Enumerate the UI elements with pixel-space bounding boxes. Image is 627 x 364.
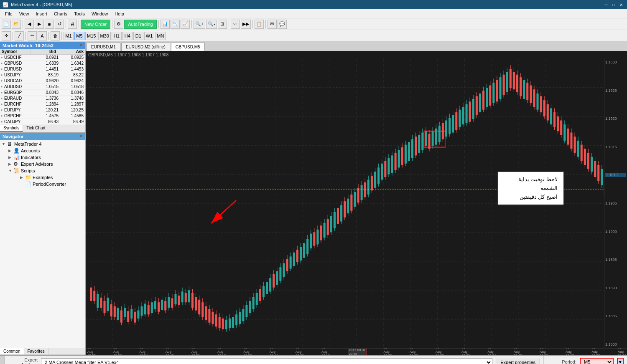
- period-w1[interactable]: W1: [144, 32, 155, 40]
- tester-right: Period: M5 ▼ Spread: 8 ▲ ▼: [543, 356, 627, 364]
- menu-file[interactable]: File: [2, 10, 16, 17]
- period-m30[interactable]: M30: [98, 32, 110, 40]
- chart-candle-icon[interactable]: 📈: [181, 20, 190, 29]
- period-m5[interactable]: M5: [74, 32, 84, 40]
- period-select[interactable]: M5: [580, 358, 614, 364]
- tree-item-mt4[interactable]: ▼ 🖥 MetaTrader 4: [1, 141, 84, 147]
- period-d1[interactable]: D1: [133, 32, 143, 40]
- chart-bar-icon[interactable]: 📊: [161, 20, 170, 29]
- market-watch-row[interactable]: ● GBPUSD 1.6339 1.6342: [0, 61, 85, 66]
- menu-insert[interactable]: Insert: [32, 10, 51, 17]
- market-watch-row[interactable]: ● USDJPY 83.19 83.22: [0, 72, 85, 78]
- tree-item-examples[interactable]: ▶ 📁 Examples: [19, 174, 84, 181]
- autotrading-btn[interactable]: AutoTrading: [124, 20, 157, 29]
- navigator-title: Navigator: [3, 134, 24, 139]
- market-watch-row[interactable]: ● USDCHF 0.8921 0.8925: [0, 55, 85, 61]
- market-watch-row[interactable]: ● CADJPY 86.43 86.49: [0, 119, 85, 125]
- back-btn[interactable]: ◀: [25, 20, 34, 29]
- stop-btn[interactable]: ■: [45, 20, 54, 29]
- row-ask: 83.22: [60, 72, 85, 78]
- market-watch-row[interactable]: ● EURUSD 1.4451 1.4453: [0, 66, 85, 72]
- market-watch-row[interactable]: ● EURCHF 1.2894 1.2897: [0, 101, 85, 107]
- menu-help[interactable]: Help: [111, 10, 127, 17]
- fwd-btn[interactable]: ▶: [35, 20, 44, 29]
- nav-tree: ▼ 🖥 MetaTrader 4 ▶ 👤 Accounts ▶ 📊 Indica…: [0, 140, 85, 348]
- grid-btn[interactable]: ⊞: [218, 20, 227, 29]
- tree-item-accounts[interactable]: ▶ 👤 Accounts: [8, 147, 84, 154]
- period-m1[interactable]: M1: [64, 32, 74, 40]
- period-arrow-btn[interactable]: ▼: [617, 358, 624, 364]
- navigator-close[interactable]: ✕: [79, 134, 83, 139]
- delete-btn[interactable]: 🗑: [51, 31, 60, 40]
- menu-charts[interactable]: Charts: [51, 10, 71, 17]
- time-13: 31 Aug 21:36: [410, 348, 419, 355]
- row-bid: 86.43: [35, 119, 60, 124]
- tree-item-indicators[interactable]: ▶ 📊 Indicators: [8, 154, 84, 161]
- zoom-in-btn[interactable]: 🔍+: [194, 20, 205, 29]
- time-8: 31 Aug 19:44: [270, 348, 279, 355]
- mw-tab-symbols[interactable]: Symbols: [0, 125, 23, 132]
- chart-tab-eurusd-m2[interactable]: EURUSD,M2 (offline): [121, 43, 170, 51]
- market-watch-row[interactable]: ● GBPCHF 1.4575 1.4585: [0, 113, 85, 119]
- tree-item-scripts[interactable]: ▼ 📜 Scripts: [8, 167, 84, 174]
- text-btn[interactable]: A: [38, 31, 47, 40]
- crosshair-btn[interactable]: ✛: [2, 31, 11, 40]
- refresh-btn[interactable]: ↺: [55, 20, 64, 29]
- row-ask: 1.2897: [60, 101, 85, 107]
- template-btn[interactable]: 📋: [255, 20, 264, 29]
- expand-icon-scripts: ▼: [8, 169, 13, 173]
- ea-select[interactable]: 2 MA Crosses Mega filter EA V1.ex4: [41, 358, 492, 364]
- sms-btn[interactable]: 💬: [278, 20, 287, 29]
- zoom-out-btn[interactable]: 🔍-: [206, 20, 217, 29]
- mw-tab-tick-chart[interactable]: Tick Chart: [23, 125, 49, 132]
- indicator-btn[interactable]: 〰: [231, 20, 240, 29]
- dot-icon: ●: [0, 102, 3, 107]
- draw-btn[interactable]: ✏: [28, 31, 37, 40]
- tester-side-strip: Tester: [0, 356, 5, 364]
- market-watch-row[interactable]: ● EURAUD 1.3736 1.3748: [0, 96, 85, 101]
- period-mn[interactable]: MN: [155, 32, 166, 40]
- chart-tab-eurusd-m1[interactable]: EURUSD,M1: [87, 43, 120, 51]
- expert-btn[interactable]: ▶▶: [241, 20, 251, 29]
- menu-tools[interactable]: Tools: [71, 10, 88, 17]
- autotrading-icon[interactable]: ⚙: [114, 20, 123, 29]
- market-watch-row[interactable]: ● USDCAD 0.9620 0.9624: [0, 78, 85, 84]
- tree-item-expert-advisors[interactable]: ▶ ⚙ Expert Advisors: [8, 161, 84, 167]
- nav-tab-favorites[interactable]: Favorites: [24, 348, 48, 354]
- time-14: 31 Aug 21:52: [436, 348, 445, 355]
- close-btn[interactable]: ✕: [618, 2, 624, 8]
- row-ask: 120.25: [60, 107, 85, 113]
- period-h4[interactable]: H4: [122, 32, 133, 40]
- new-order-btn[interactable]: New Order: [81, 20, 110, 29]
- menu-window[interactable]: Window: [88, 10, 111, 17]
- menu-view[interactable]: View: [16, 10, 33, 17]
- expert-properties-btn[interactable]: Expert properties: [496, 358, 540, 364]
- price-level-7: 1.1900: [605, 230, 626, 234]
- market-watch-row[interactable]: ● AUDUSD 1.0515 1.0518: [0, 84, 85, 90]
- maximize-btn[interactable]: □: [610, 2, 617, 8]
- period-m15[interactable]: M15: [85, 32, 97, 40]
- open-btn[interactable]: 📂: [12, 20, 21, 29]
- market-watch-close[interactable]: ✕: [79, 43, 83, 48]
- row-symbol: CADJPY: [3, 119, 35, 124]
- market-watch-row[interactable]: ● EURGBP 0.8843 0.8846: [0, 90, 85, 96]
- minimize-btn[interactable]: ─: [603, 2, 609, 8]
- expand-icon-examples: ▶: [20, 175, 25, 179]
- row-ask: 0.9624: [60, 78, 85, 83]
- time-axis: 31 Aug 17:52 31 Aug 18:08 31 Aug 18:24 3…: [86, 348, 627, 355]
- new-btn[interactable]: 📄: [2, 20, 11, 29]
- time-2: 31 Aug 18:08: [113, 348, 122, 355]
- period-h1[interactable]: H1: [112, 32, 122, 40]
- sep1: [23, 20, 23, 28]
- chart-canvas[interactable]: 1.1910 لاحظ توقيت بداية الشمعه اصبح كل د…: [86, 58, 627, 348]
- line-tool[interactable]: ╱: [15, 31, 24, 40]
- market-watch-row[interactable]: ● EURJPY 120.21 120.25: [0, 107, 85, 113]
- chart-line-icon[interactable]: 📉: [171, 20, 180, 29]
- time-5: 31 Aug 18:56: [191, 348, 201, 355]
- row-bid: 1.0515: [35, 84, 60, 89]
- nav-tab-common[interactable]: Common: [0, 348, 24, 354]
- chart-tab-gbpusd-m5[interactable]: GBPUSD,M5: [171, 43, 205, 51]
- print-btn[interactable]: 🖨: [68, 20, 77, 29]
- email-btn[interactable]: ✉: [268, 20, 277, 29]
- tree-item-period-converter[interactable]: 📄 PeriodConverter: [19, 181, 84, 187]
